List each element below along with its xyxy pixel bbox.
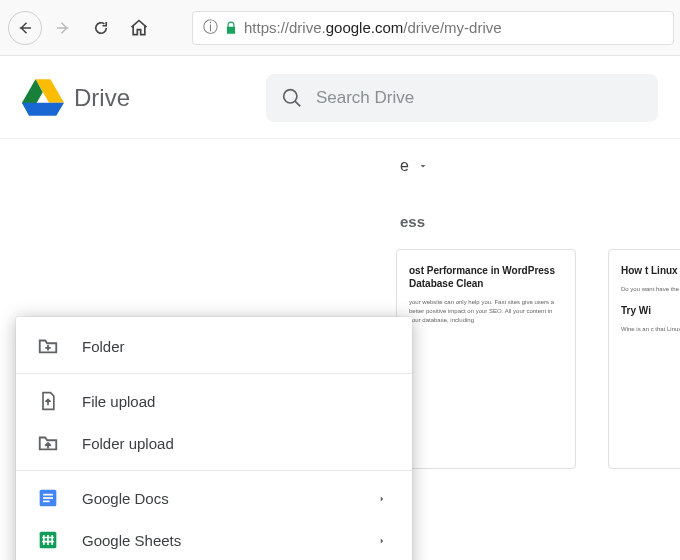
menu-item-label: Google Docs bbox=[82, 490, 169, 507]
search-box[interactable] bbox=[266, 74, 658, 122]
content-area: e ess ost Performance in WordPress Datab… bbox=[0, 139, 680, 159]
menu-item-label: Folder upload bbox=[82, 435, 174, 452]
folder-plus-icon bbox=[36, 334, 60, 358]
menu-item-google-docs[interactable]: Google Docs bbox=[16, 477, 412, 519]
url-text: https://drive.google.com/drive/my-drive bbox=[244, 19, 502, 36]
sheets-icon bbox=[36, 528, 60, 552]
chevron-right-icon bbox=[370, 487, 394, 511]
lock-icon bbox=[224, 21, 238, 35]
file-card-body: Do you want have the ter. Below are th bbox=[621, 285, 680, 294]
file-card-title: How t Linux bbox=[621, 264, 680, 277]
docs-icon bbox=[36, 486, 60, 510]
svg-rect-3 bbox=[43, 501, 50, 503]
file-card[interactable]: How t Linux Do you want have the ter. Be… bbox=[608, 249, 680, 469]
svg-rect-2 bbox=[43, 497, 53, 499]
site-info-icon[interactable]: ⓘ bbox=[203, 18, 218, 37]
new-menu: Folder File upload Folder upload Google … bbox=[16, 317, 412, 560]
breadcrumb-label: e bbox=[400, 157, 409, 175]
menu-item-folder-upload[interactable]: Folder upload bbox=[16, 422, 412, 464]
menu-item-label: File upload bbox=[82, 393, 155, 410]
menu-item-google-sheets[interactable]: Google Sheets bbox=[16, 519, 412, 560]
drive-logo-icon bbox=[22, 79, 64, 117]
forward-button bbox=[46, 11, 80, 45]
drive-header: Drive bbox=[0, 56, 680, 139]
home-button[interactable] bbox=[122, 11, 156, 45]
browser-toolbar: ⓘ https://drive.google.com/drive/my-driv… bbox=[0, 0, 680, 56]
file-card-title: ost Performance in WordPress Database Cl… bbox=[409, 264, 563, 290]
menu-item-label: Google Sheets bbox=[82, 532, 181, 549]
svg-rect-1 bbox=[43, 494, 53, 496]
menu-item-new-folder[interactable]: Folder bbox=[16, 325, 412, 367]
app-name: Drive bbox=[74, 84, 130, 112]
address-bar[interactable]: ⓘ https://drive.google.com/drive/my-driv… bbox=[192, 11, 674, 45]
file-upload-icon bbox=[36, 389, 60, 413]
file-card-body: your website can only help you. Fast sit… bbox=[409, 298, 563, 325]
search-icon bbox=[282, 87, 302, 109]
folder-upload-icon bbox=[36, 431, 60, 455]
file-card-body: Wine is an c that Linux u bbox=[621, 325, 680, 334]
back-button[interactable] bbox=[8, 11, 42, 45]
file-card[interactable]: ost Performance in WordPress Database Cl… bbox=[396, 249, 576, 469]
search-input[interactable] bbox=[316, 88, 642, 108]
menu-item-file-upload[interactable]: File upload bbox=[16, 380, 412, 422]
breadcrumb-my-drive[interactable]: e bbox=[400, 157, 429, 175]
reload-button[interactable] bbox=[84, 11, 118, 45]
menu-item-label: Folder bbox=[82, 338, 125, 355]
file-card-subtitle: Try Wi bbox=[621, 304, 680, 317]
chevron-right-icon bbox=[370, 529, 394, 553]
section-label: ess bbox=[400, 213, 425, 230]
drive-logo[interactable]: Drive bbox=[22, 79, 130, 117]
chevron-down-icon bbox=[417, 160, 429, 172]
